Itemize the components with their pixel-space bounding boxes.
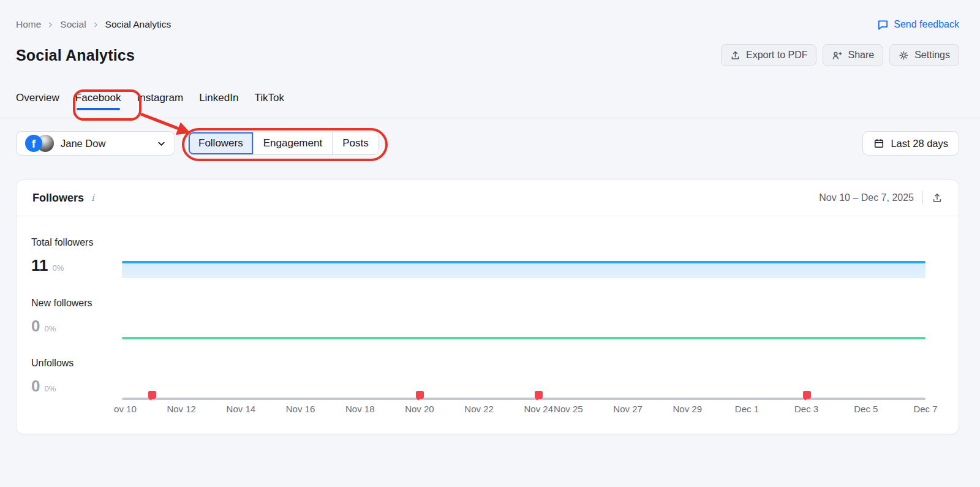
- axis-tick-nov-25: Nov 25: [554, 404, 583, 414]
- header-actions: Export to PDF Share Settings: [721, 44, 959, 66]
- profile-name: Jane Dow: [61, 138, 105, 149]
- followers-card: Followers i Nov 10 – Dec 7, 2025 Total f…: [16, 179, 959, 434]
- axis-tick-dec-3: Dec 3: [794, 404, 818, 414]
- breadcrumb: Home Social Social Analytics: [16, 19, 171, 30]
- card-date-range: Nov 10 – Dec 7, 2025: [819, 192, 914, 203]
- unfollows-change: 0%: [44, 384, 56, 393]
- axis-tick-nov-27: Nov 27: [613, 404, 643, 414]
- title-row: Social Analytics Export to PDF Share Set…: [16, 43, 959, 67]
- metric-toggle: Followers Engagement Posts: [188, 132, 379, 155]
- metric-toggle-posts[interactable]: Posts: [332, 132, 379, 154]
- export-to-pdf-button[interactable]: Export to PDF: [721, 44, 816, 66]
- axis-tick-nov-16: Nov 16: [286, 404, 315, 414]
- card-export-icon[interactable]: [932, 192, 943, 203]
- share-label: Share: [848, 50, 874, 61]
- settings-label: Settings: [914, 50, 950, 61]
- tab-overview[interactable]: Overview: [16, 92, 59, 113]
- axis-tick-nov-12: Nov 12: [167, 404, 196, 414]
- calendar-icon: [873, 138, 884, 149]
- followers-chart: Total followers 11 0% New followers 0 0%…: [17, 216, 959, 434]
- axis-tick-nov-20: Nov 20: [405, 404, 434, 414]
- tab-instagram[interactable]: Instagram: [137, 92, 184, 113]
- axis-tick-nov-14: Nov 14: [227, 404, 256, 414]
- chevron-right-icon: [92, 21, 99, 28]
- add-user-icon: [832, 50, 842, 61]
- settings-button[interactable]: Settings: [889, 44, 959, 66]
- new-followers-value: 0: [31, 317, 40, 336]
- unfollows-value: 0: [31, 377, 40, 396]
- share-button[interactable]: Share: [823, 44, 883, 66]
- unfollows-value-row: 0 0%: [31, 377, 56, 396]
- date-range-label: Last 28 days: [891, 138, 948, 149]
- axis-tick-nov-22: Nov 22: [464, 404, 494, 414]
- breadcrumb-current: Social Analytics: [105, 19, 172, 30]
- card-header-right: Nov 10 – Dec 7, 2025: [819, 191, 943, 205]
- x-axis: Nov 10Nov 12Nov 14Nov 16Nov 18Nov 20Nov …: [122, 216, 925, 434]
- axis-tick-dec-5: Dec 5: [854, 404, 878, 414]
- send-feedback-label: Send feedback: [894, 19, 959, 30]
- axis-tick-nov-18: Nov 18: [345, 404, 375, 414]
- tab-facebook[interactable]: Facebook: [75, 92, 121, 113]
- total-followers-change: 0%: [53, 263, 64, 273]
- unfollows-label: Unfollows: [31, 358, 74, 369]
- tabs-divider: [0, 118, 980, 118]
- top-bar: Home Social Social Analytics Send feedba…: [16, 16, 959, 33]
- followers-card-header: Followers i Nov 10 – Dec 7, 2025: [17, 180, 959, 216]
- export-icon: [730, 50, 741, 61]
- social-analytics-page: Home Social Social Analytics Send feedba…: [0, 0, 980, 487]
- axis-tick-nov-10: Nov 10: [113, 404, 137, 414]
- breadcrumb-home[interactable]: Home: [16, 19, 41, 30]
- info-icon[interactable]: i: [91, 192, 94, 203]
- axis-tick-dec-1: Dec 1: [735, 404, 759, 414]
- chart-plot-area[interactable]: Nov 10Nov 12Nov 14Nov 16Nov 18Nov 20Nov …: [113, 216, 946, 434]
- metric-toggle-followers[interactable]: Followers: [189, 132, 253, 154]
- facebook-logo-icon: f: [25, 135, 42, 152]
- tab-tiktok[interactable]: TikTok: [254, 92, 284, 113]
- profile-avatars: f: [25, 135, 54, 152]
- breadcrumb-social[interactable]: Social: [60, 19, 86, 30]
- card-title: Followers: [32, 192, 84, 205]
- chevron-right-icon: [47, 21, 54, 28]
- metric-toggle-engagement[interactable]: Engagement: [253, 132, 332, 154]
- total-followers-value: 11: [31, 256, 48, 275]
- total-followers-value-row: 11 0%: [31, 256, 64, 275]
- header-divider: [922, 191, 923, 205]
- axis-tick-nov-29: Nov 29: [673, 404, 702, 414]
- export-to-pdf-label: Export to PDF: [746, 50, 807, 61]
- tab-linkedin[interactable]: LinkedIn: [199, 92, 238, 113]
- total-followers-label: Total followers: [31, 237, 93, 248]
- profile-selector[interactable]: f Jane Dow: [16, 131, 175, 156]
- gear-icon: [899, 50, 909, 61]
- send-feedback-link[interactable]: Send feedback: [877, 19, 959, 31]
- controls-row: f Jane Dow Followers Engagement Posts La…: [16, 131, 959, 156]
- axis-tick-nov-24: Nov 24: [524, 404, 554, 414]
- axis-tick-dec-7: Dec 7: [913, 404, 937, 414]
- chevron-down-icon: [157, 139, 166, 148]
- network-tabs: Overview Facebook Instagram LinkedIn Tik…: [16, 92, 284, 113]
- feedback-bubble-icon: [877, 19, 889, 31]
- new-followers-change: 0%: [44, 324, 56, 333]
- new-followers-value-row: 0 0%: [31, 317, 56, 336]
- date-range-selector[interactable]: Last 28 days: [862, 131, 959, 156]
- page-title: Social Analytics: [16, 47, 135, 64]
- new-followers-label: New followers: [31, 298, 92, 309]
